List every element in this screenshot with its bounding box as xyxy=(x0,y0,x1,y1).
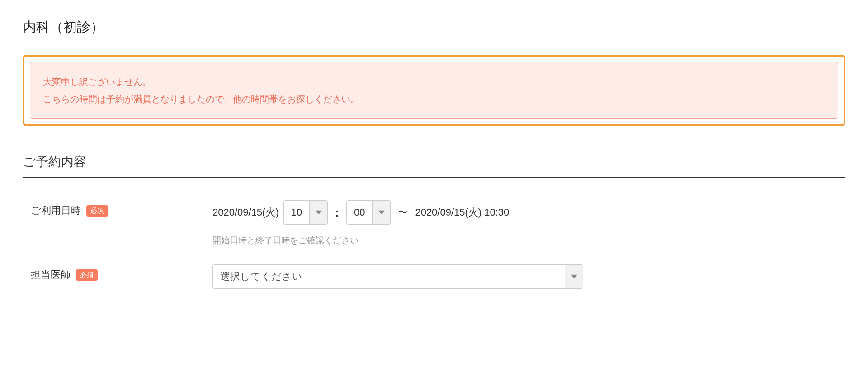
minute-select-value: 00 xyxy=(347,201,372,224)
minute-select-arrow[interactable] xyxy=(372,201,390,224)
form-row-datetime: ご利用日時 必須 2020/09/15(火) 10 : 00 〜 2020/09… xyxy=(23,200,845,246)
form-label-datetime: ご利用日時 必須 xyxy=(23,200,212,217)
chevron-down-icon xyxy=(316,209,322,216)
minute-select[interactable]: 00 xyxy=(346,200,391,225)
doctor-select-arrow[interactable] xyxy=(565,265,583,288)
datetime-label-text: ご利用日時 xyxy=(31,204,81,217)
datetime-controls: 2020/09/15(火) 10 : 00 〜 2020/09/15(火) 10… xyxy=(212,200,845,225)
alert-box: 大変申し訳ございません。 こちらの時間は予約が満員となりましたので、他の時間帯を… xyxy=(30,62,838,119)
alert-line-2: こちらの時間は予約が満員となりましたので、他の時間帯をお探しください。 xyxy=(43,90,825,108)
form-row-doctor: 担当医師 必須 選択してください xyxy=(23,264,845,289)
required-badge: 必須 xyxy=(76,269,98,281)
doctor-select-placeholder: 選択してください xyxy=(213,265,565,288)
start-date-text: 2020/09/15(火) xyxy=(212,206,279,219)
form-label-doctor: 担当医師 必須 xyxy=(23,264,212,282)
hour-select[interactable]: 10 xyxy=(283,200,328,225)
alert-highlight-wrapper: 大変申し訳ございません。 こちらの時間は予約が満員となりましたので、他の時間帯を… xyxy=(23,55,845,126)
alert-line-1: 大変申し訳ございません。 xyxy=(43,73,825,90)
page-title: 内科（初診） xyxy=(23,18,845,37)
doctor-label-text: 担当医師 xyxy=(31,268,71,282)
required-badge: 必須 xyxy=(86,205,108,217)
chevron-down-icon xyxy=(378,209,385,216)
datetime-range-separator: 〜 xyxy=(395,206,410,219)
datetime-helper-text: 開始日時と終了日時をご確認ください xyxy=(212,235,845,246)
doctor-select[interactable]: 選択してください xyxy=(212,264,583,289)
hour-select-arrow[interactable] xyxy=(309,201,327,224)
end-datetime-text: 2020/09/15(火) 10:30 xyxy=(415,206,509,219)
time-colon: : xyxy=(332,206,342,220)
section-title-reservation: ご予約内容 xyxy=(23,153,845,178)
hour-select-value: 10 xyxy=(284,201,309,224)
chevron-down-icon xyxy=(571,273,577,280)
